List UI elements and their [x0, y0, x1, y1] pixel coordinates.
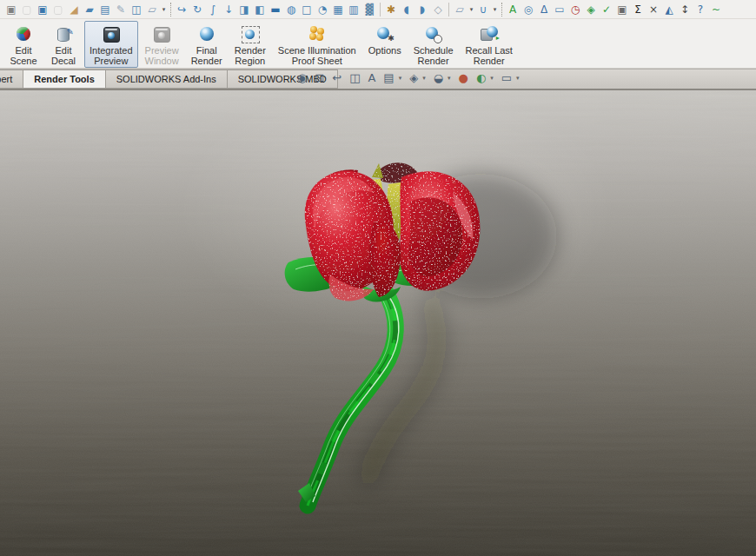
button-label: Options [368, 45, 401, 56]
scene-illumination-proof-sheet-button[interactable]: Scene IlluminationProof Sheet [273, 21, 361, 68]
button-label: RenderRegion [235, 45, 266, 66]
flat-surface-icon[interactable]: ◧ [252, 1, 268, 18]
equations-sigma-icon[interactable]: Σ [630, 1, 646, 18]
spline-tool-icon[interactable]: ∪ [475, 1, 491, 18]
preview-window-button[interactable]: PreviewWindow [140, 21, 184, 68]
tab-dimxpert[interactable]: Xpert [0, 70, 23, 89]
previous-view-icon[interactable]: ↩ [332, 70, 342, 87]
spell-checker-icon[interactable]: A [505, 1, 521, 18]
droplet-stand-icon[interactable]: ◍ [283, 1, 299, 18]
performance-gauge-icon[interactable]: ◷ [567, 1, 583, 18]
printer-box-icon[interactable]: ▥ [346, 1, 361, 18]
hide-show-items-icon[interactable]: ◒ [434, 70, 443, 87]
schedule-icon [423, 23, 444, 44]
dropdown-caret-icon[interactable]: ▾ [516, 75, 520, 82]
measure-scales-icon[interactable]: Δ [536, 1, 552, 18]
region-icon [240, 23, 261, 44]
recall-last-render-button[interactable]: Recall LastRender [461, 21, 518, 68]
panel-icon[interactable]: ▬ [268, 1, 283, 18]
preview-icon [151, 23, 172, 44]
integrated-preview-button[interactable]: IntegratedPreview [84, 21, 138, 68]
open-box-icon[interactable]: □ [299, 1, 315, 18]
command-manager-tab-bar: XpertRender ToolsSOLIDWORKS Add-InsSOLID… [0, 69, 756, 90]
render-tools-ribbon: EditSceneEditDecalIntegratedPreviewPrevi… [0, 19, 756, 69]
tab-render-tools[interactable]: Render Tools [23, 70, 105, 89]
window-arrow-icon[interactable]: ▭ [552, 1, 567, 18]
dropdown-caret-icon[interactable]: ▾ [491, 6, 499, 13]
curvature-spline-icon[interactable]: ~ [708, 1, 724, 18]
schedule-render-button[interactable]: ScheduleRender [408, 21, 459, 68]
button-label: FinalRender [191, 45, 222, 66]
ghost-assembly-icon[interactable]: ▢ [50, 1, 66, 18]
display-style-icon[interactable]: ◈ [409, 70, 418, 87]
verify-check-icon[interactable]: ✓ [599, 1, 614, 18]
shaded-cube-icon[interactable]: ◇ [430, 1, 446, 18]
integrated-icon [101, 23, 122, 44]
apply-scene-icon[interactable]: ◐ [476, 70, 486, 87]
button-label: IntegratedPreview [90, 45, 133, 66]
toolbar-separator [380, 3, 381, 17]
dropdown-caret-icon[interactable]: ▾ [422, 75, 426, 82]
fan-surface-icon[interactable]: ◨ [236, 1, 252, 18]
ghost-part-icon[interactable]: ▢ [19, 1, 35, 18]
flyout-wing-icon[interactable]: ◭ [661, 1, 677, 18]
laptop-sheet-icon[interactable]: ▰ [82, 1, 97, 18]
edit-decal-button[interactable]: EditDecal [44, 21, 83, 68]
flip-left-icon[interactable]: ◖ [399, 1, 414, 18]
view-settings-icon[interactable]: ▭ [501, 70, 512, 87]
dropdown-caret-icon[interactable]: ▾ [448, 75, 451, 82]
final-icon [196, 23, 217, 44]
help-document-icon[interactable]: ? [693, 1, 708, 18]
plane-tool-icon[interactable]: ▱ [452, 1, 468, 18]
top-toolbar: ▣▢▣▢◢▰▤✎◫▱▾↪↻∫↓◨◧▬◍□◔▦▥▓✱◖◗◇▱▾∪▾A◎Δ▭◷◈✓▣… [0, 0, 756, 19]
dropdown-caret-icon[interactable]: ▾ [490, 75, 494, 82]
button-label: EditDecal [51, 45, 76, 66]
dynamic-annotation-views-icon[interactable]: A [368, 70, 375, 87]
crossed-tools-icon[interactable]: × [646, 1, 661, 18]
button-label: ScheduleRender [414, 45, 454, 66]
options-button[interactable]: Options [363, 21, 407, 57]
button-label: PreviewWindow [145, 45, 179, 66]
costing-icon[interactable]: ◈ [583, 1, 599, 18]
toolbar-separator [501, 3, 502, 17]
button-label: Scene IlluminationProof Sheet [278, 45, 356, 66]
render-region-button[interactable]: RenderRegion [229, 21, 271, 68]
dropdown-caret-icon[interactable]: ▾ [160, 6, 168, 13]
sketch-edit-icon[interactable]: ✎ [113, 1, 129, 18]
spline-s-icon[interactable]: ∫ [205, 1, 221, 18]
toolbar-separator [170, 3, 171, 17]
decal-icon [53, 23, 74, 44]
view-orientation-icon[interactable]: ▤ [383, 70, 394, 87]
section-cube-icon[interactable]: ◫ [129, 1, 144, 18]
button-label: Recall LastRender [466, 45, 513, 66]
arrow-down-icon[interactable]: ↓ [221, 1, 236, 18]
dropdown-caret-icon[interactable]: ▾ [399, 75, 402, 82]
section-view-icon[interactable]: ◫ [349, 70, 360, 87]
cube-check-icon[interactable]: ▣ [614, 1, 630, 18]
search-magnifier-icon[interactable]: ◎ [521, 1, 536, 18]
graphics-area[interactable] [0, 90, 756, 556]
assembly-cube-icon[interactable]: ▣ [3, 1, 19, 18]
heads-up-view-toolbar: ◉⊡↩◫A▤▾◈▾◒▾●◐▾▭▾ [297, 70, 520, 87]
dropdown-caret-icon[interactable]: ▾ [468, 6, 475, 13]
edit-appearance-icon[interactable]: ● [459, 70, 468, 87]
button-label: EditScene [10, 45, 36, 66]
flip-right-icon[interactable]: ◗ [414, 1, 430, 18]
swept-arrow-icon[interactable]: ↪ [174, 1, 189, 18]
align-arrows-icon[interactable]: ↕ [677, 1, 693, 18]
edit-component-icon[interactable]: ▣ [35, 1, 50, 18]
zoom-to-fit-icon[interactable]: ◉ [297, 70, 307, 87]
zipper-icon[interactable]: ▓ [361, 1, 377, 18]
delete-box-icon[interactable]: ▦ [330, 1, 346, 18]
reference-plane-icon[interactable]: ▱ [144, 1, 160, 18]
options-icon [375, 23, 395, 44]
zoom-to-area-icon[interactable]: ⊡ [315, 70, 324, 87]
curled-sheet-icon[interactable]: ◔ [315, 1, 330, 18]
final-render-button[interactable]: FinalRender [186, 21, 228, 68]
tab-solidworks-addins[interactable]: SOLIDWORKS Add-Ins [105, 70, 228, 89]
document-box-icon[interactable]: ▤ [97, 1, 113, 18]
spray-paint-icon[interactable]: ✱ [383, 1, 399, 18]
edit-scene-button[interactable]: EditScene [4, 21, 43, 68]
chamfer-wedge-icon[interactable]: ◢ [66, 1, 82, 18]
rotate-view-icon[interactable]: ↻ [189, 1, 205, 18]
